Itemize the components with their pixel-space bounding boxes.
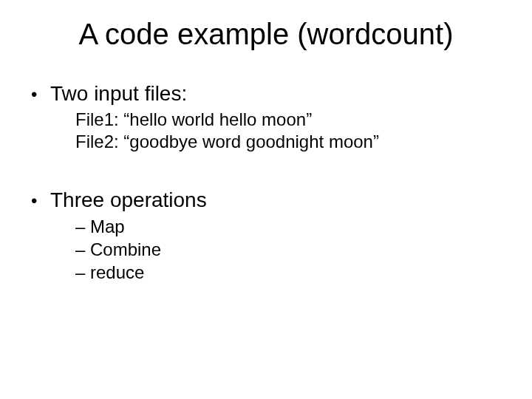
op-map: Map (75, 215, 502, 238)
operations-list: Map Combine reduce (50, 215, 502, 284)
op-label: Map (90, 216, 125, 236)
bullet-operations: Three operations Map Combine reduce (30, 188, 502, 284)
slide-title: A code example (wordcount) (0, 0, 532, 66)
op-combine: Combine (75, 238, 502, 261)
input-files-sub: File1: “hello world hello moon” File2: “… (50, 109, 502, 153)
slide-body: Two input files: File1: “hello world hel… (0, 82, 532, 284)
op-label: Combine (90, 239, 161, 259)
slide: A code example (wordcount) Two input fil… (0, 0, 532, 399)
bullet-label: Two input files: (50, 82, 187, 105)
op-label: reduce (90, 262, 144, 282)
file2-line: File2: “goodbye word goodnight moon” (75, 131, 502, 153)
bullet-input-files: Two input files: File1: “hello world hel… (30, 82, 502, 153)
bullet-label: Three operations (50, 188, 207, 211)
file1-line: File1: “hello world hello moon” (75, 109, 502, 131)
op-reduce: reduce (75, 261, 502, 284)
bullet-list: Two input files: File1: “hello world hel… (30, 82, 502, 284)
